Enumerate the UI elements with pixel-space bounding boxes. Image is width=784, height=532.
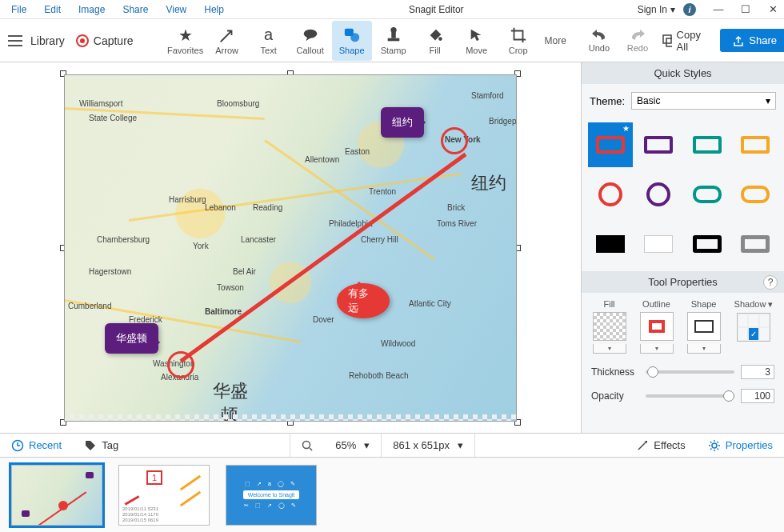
menu-help[interactable]: Help — [196, 2, 232, 18]
dimensions[interactable]: 861 x 651px ▾ — [382, 434, 474, 457]
library-button[interactable]: Library — [30, 34, 65, 47]
tool-stamp[interactable]: Stamp — [374, 21, 414, 61]
thickness-slider[interactable] — [646, 370, 734, 374]
style-rect-orange[interactable] — [733, 122, 778, 167]
city-label: Baltimore — [205, 307, 242, 316]
tool-callout[interactable]: Callout — [290, 21, 330, 61]
star-icon: ★ — [177, 26, 194, 44]
outline-dropdown[interactable]: ▾ — [640, 344, 674, 354]
shape-icon — [343, 26, 361, 44]
tool-text[interactable]: a Text — [249, 21, 289, 61]
share-button[interactable]: Share — [720, 29, 784, 52]
tool-favorites[interactable]: ★ Favorites — [166, 21, 206, 61]
opacity-slider[interactable] — [646, 394, 734, 398]
callout-icon — [302, 26, 319, 44]
opacity-value[interactable]: 100 — [741, 389, 774, 403]
tool-crop[interactable]: Crop — [498, 21, 538, 61]
text-label-ny[interactable]: 纽约 — [471, 171, 506, 195]
prop-outline[interactable]: Outline ▾ — [640, 299, 674, 354]
tool-arrow[interactable]: Arrow — [207, 21, 247, 61]
prop-fill[interactable]: Fill ▾ — [593, 299, 626, 354]
menu-edit[interactable]: Edit — [36, 2, 69, 18]
thumbnail-1[interactable] — [11, 465, 102, 526]
menu-image[interactable]: Image — [70, 2, 113, 18]
tag-button[interactable]: Tag — [73, 434, 130, 457]
svg-point-10 — [303, 441, 310, 448]
zoom-level[interactable]: 65% ▾ — [324, 434, 381, 457]
style-circle-purple[interactable] — [636, 172, 681, 217]
canvas-image[interactable]: State College Williamsport Bloomsburg Ha… — [64, 74, 517, 422]
city-label: Dover — [313, 315, 334, 324]
gear-icon — [708, 439, 721, 452]
menu-file[interactable]: File — [3, 2, 34, 18]
minimize-button[interactable]: — — [712, 3, 725, 15]
quick-styles-header: Quick Styles — [582, 62, 784, 84]
help-icon[interactable]: ? — [763, 275, 778, 290]
opacity-label: Opacity — [591, 390, 639, 402]
text-icon: a — [260, 26, 278, 44]
style-circle-red[interactable] — [588, 172, 633, 217]
city-label: Cumberland — [68, 302, 111, 310]
city-label: Frederick — [129, 315, 162, 324]
menu-view[interactable]: View — [158, 2, 194, 18]
callout-ny[interactable]: 纽约 — [381, 107, 424, 138]
theme-dropdown[interactable]: Basic ▾ — [631, 92, 776, 110]
callout-dc[interactable]: 华盛顿 — [105, 323, 158, 354]
style-roundrect-orange[interactable] — [733, 172, 778, 217]
svg-point-2 — [350, 33, 359, 42]
fill-dropdown[interactable]: ▾ — [593, 344, 626, 354]
style-fill-white[interactable] — [636, 222, 681, 266]
zoom-search[interactable] — [290, 434, 324, 457]
tool-properties-header: Tool Properties ? — [582, 271, 784, 293]
prop-shadow[interactable]: Shadow ▾ ✓ — [734, 299, 774, 354]
annotation-circle-dc[interactable] — [167, 351, 194, 378]
hamburger-icon[interactable] — [8, 35, 22, 46]
chevron-down-icon: ▾ — [458, 439, 463, 451]
city-label: Allentown — [305, 155, 339, 164]
outline-swatch[interactable] — [640, 312, 674, 341]
effects-button[interactable]: Effects — [625, 439, 697, 452]
tool-move[interactable]: Move — [457, 21, 497, 61]
tool-fill[interactable]: Fill — [415, 21, 455, 61]
tool-shape[interactable]: Shape — [332, 21, 372, 61]
fill-swatch[interactable] — [593, 312, 626, 341]
search-icon — [302, 440, 313, 451]
info-icon[interactable]: i — [683, 3, 696, 16]
menu-share[interactable]: Share — [114, 2, 156, 18]
toolbar: Library Capture ★ Favorites Arrow a Text… — [0, 19, 784, 62]
style-fill-black[interactable] — [588, 222, 633, 266]
redo-button[interactable]: Redo — [621, 29, 654, 53]
annotation-circle-ny[interactable] — [441, 127, 468, 154]
style-rect-purple[interactable] — [636, 122, 681, 167]
city-label: Trenton — [369, 187, 396, 196]
prop-shape[interactable]: Shape ▾ — [687, 299, 721, 354]
capture-button[interactable]: Capture — [76, 34, 134, 47]
shape-dropdown[interactable]: ▾ — [687, 344, 721, 354]
style-frame-gray[interactable] — [733, 222, 778, 266]
properties-button[interactable]: Properties — [697, 439, 784, 452]
city-label: Reading — [253, 203, 282, 212]
city-label: Lancaster — [241, 235, 276, 244]
style-rect-red[interactable] — [588, 122, 633, 167]
copy-all-button[interactable]: Copy All — [654, 24, 712, 58]
undo-button[interactable]: Undo — [582, 29, 616, 53]
callout-distance[interactable]: 有多远 — [337, 283, 390, 318]
city-label: Brick — [447, 203, 465, 212]
thickness-value[interactable]: 3 — [741, 365, 774, 379]
close-button[interactable]: ✕ — [766, 3, 779, 15]
menu-bar: File Edit Image Share View Help — [0, 2, 235, 18]
thickness-label: Thickness — [591, 366, 639, 378]
canvas-area[interactable]: State College Williamsport Bloomsburg Ha… — [0, 62, 581, 433]
style-rect-teal[interactable] — [685, 122, 730, 167]
maximize-button[interactable]: ☐ — [739, 3, 752, 15]
shape-swatch[interactable] — [687, 312, 721, 341]
shadow-grid[interactable]: ✓ — [737, 313, 770, 342]
thumbnail-3[interactable]: ⬚ ↗ a ◯ ✎ Welcome to Snagit ✂ ⬚ ↗ ◯ ✎ sn… — [226, 465, 317, 526]
theme-label: Theme: — [590, 95, 625, 107]
style-roundrect-teal[interactable] — [685, 172, 730, 217]
tool-more[interactable]: More — [545, 35, 566, 46]
recent-button[interactable]: Recent — [0, 434, 73, 457]
sign-in-button[interactable]: Sign In▾ — [638, 4, 675, 15]
style-frame-black[interactable] — [685, 222, 730, 266]
thumbnail-2[interactable]: 1 2019/01/11 52312019/01/14 11702019/01/… — [118, 465, 210, 526]
